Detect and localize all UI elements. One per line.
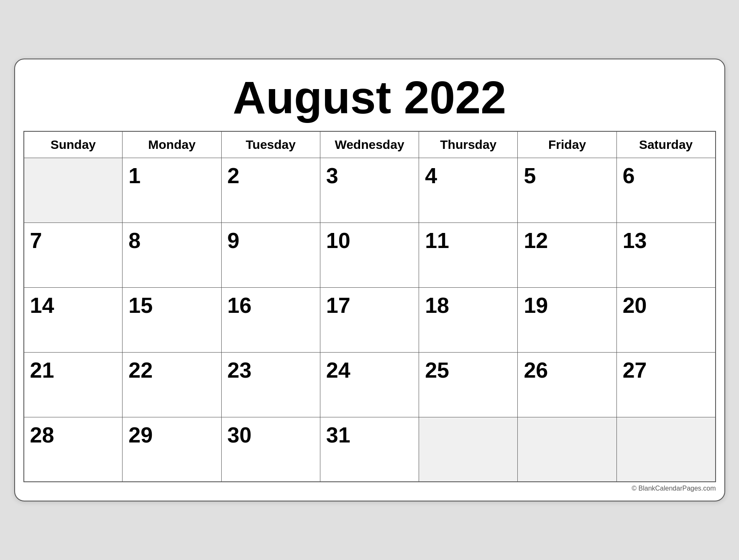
calendar-cell: 28 bbox=[24, 417, 123, 482]
day-header-saturday: Saturday bbox=[616, 131, 715, 158]
calendar-cell: 9 bbox=[221, 222, 320, 287]
calendar-cell: 15 bbox=[123, 287, 221, 352]
calendar-title: August 2022 bbox=[23, 68, 716, 131]
calendar-cell: 16 bbox=[221, 287, 320, 352]
week-row-2: 78910111213 bbox=[24, 222, 716, 287]
calendar-cell bbox=[616, 417, 715, 482]
calendar-cell: 14 bbox=[24, 287, 123, 352]
calendar-cell: 17 bbox=[320, 287, 419, 352]
calendar-cell bbox=[518, 417, 616, 482]
watermark: © BlankCalendarPages.com bbox=[23, 482, 716, 492]
calendar-cell: 23 bbox=[221, 352, 320, 417]
calendar-container: August 2022 SundayMondayTuesdayWednesday… bbox=[14, 59, 725, 502]
calendar-cell: 21 bbox=[24, 352, 123, 417]
calendar-cell: 20 bbox=[616, 287, 715, 352]
week-row-3: 14151617181920 bbox=[24, 287, 716, 352]
calendar-cell: 25 bbox=[419, 352, 518, 417]
week-row-1: 123456 bbox=[24, 158, 716, 222]
calendar-cell: 18 bbox=[419, 287, 518, 352]
calendar-cell: 2 bbox=[221, 158, 320, 222]
calendar-cell: 4 bbox=[419, 158, 518, 222]
calendar-cell: 11 bbox=[419, 222, 518, 287]
day-header-thursday: Thursday bbox=[419, 131, 518, 158]
day-header-row: SundayMondayTuesdayWednesdayThursdayFrid… bbox=[24, 131, 716, 158]
calendar-cell: 12 bbox=[518, 222, 616, 287]
calendar-cell: 27 bbox=[616, 352, 715, 417]
calendar-cell: 1 bbox=[123, 158, 221, 222]
day-header-wednesday: Wednesday bbox=[320, 131, 419, 158]
calendar-cell: 24 bbox=[320, 352, 419, 417]
calendar-cell: 22 bbox=[123, 352, 221, 417]
calendar-grid: SundayMondayTuesdayWednesdayThursdayFrid… bbox=[23, 131, 716, 483]
calendar-cell: 10 bbox=[320, 222, 419, 287]
calendar-cell: 30 bbox=[221, 417, 320, 482]
week-row-5: 28293031 bbox=[24, 417, 716, 482]
calendar-cell: 5 bbox=[518, 158, 616, 222]
calendar-cell: 3 bbox=[320, 158, 419, 222]
week-row-4: 21222324252627 bbox=[24, 352, 716, 417]
calendar-cell: 31 bbox=[320, 417, 419, 482]
day-header-monday: Monday bbox=[123, 131, 221, 158]
calendar-cell: 13 bbox=[616, 222, 715, 287]
calendar-cell: 26 bbox=[518, 352, 616, 417]
calendar-cell: 7 bbox=[24, 222, 123, 287]
calendar-cell: 8 bbox=[123, 222, 221, 287]
day-header-tuesday: Tuesday bbox=[221, 131, 320, 158]
calendar-cell: 19 bbox=[518, 287, 616, 352]
day-header-sunday: Sunday bbox=[24, 131, 123, 158]
calendar-cell: 6 bbox=[616, 158, 715, 222]
calendar-cell bbox=[419, 417, 518, 482]
calendar-cell bbox=[24, 158, 123, 222]
day-header-friday: Friday bbox=[518, 131, 616, 158]
calendar-cell: 29 bbox=[123, 417, 221, 482]
